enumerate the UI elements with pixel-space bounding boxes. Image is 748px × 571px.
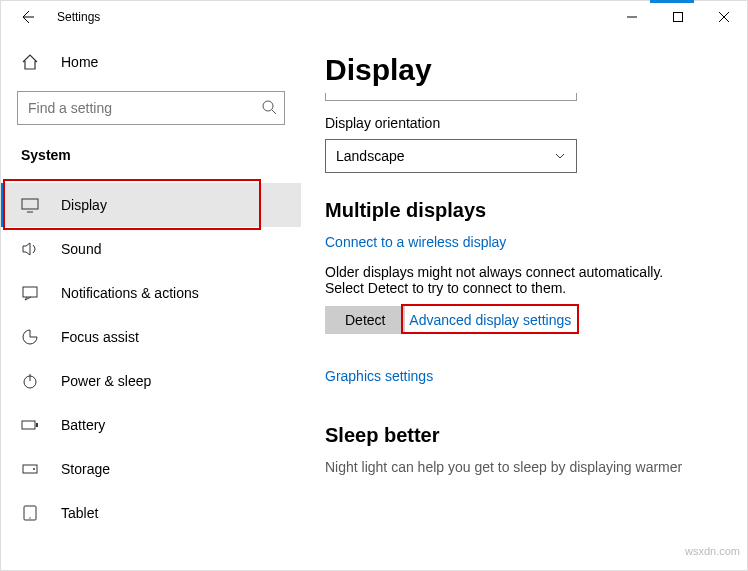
home-label: Home — [61, 54, 98, 70]
titlebar: Settings — [1, 1, 747, 33]
power-icon — [21, 372, 41, 390]
svg-rect-2 — [22, 199, 38, 209]
sidebar-item-label: Storage — [61, 461, 110, 477]
sidebar-item-label: Sound — [61, 241, 101, 257]
sidebar-item-label: Battery — [61, 417, 105, 433]
sleep-better-text: Night light can help you get to sleep by… — [325, 459, 727, 475]
resolution-box-remnant — [325, 93, 577, 101]
close-button[interactable] — [701, 2, 747, 32]
sidebar: Home System Display — [1, 33, 301, 570]
detect-button[interactable]: Detect — [325, 306, 405, 334]
battery-icon — [21, 416, 41, 434]
notifications-icon — [21, 284, 41, 302]
home-icon — [21, 53, 41, 71]
search-icon — [261, 99, 277, 115]
sidebar-item-sound[interactable]: Sound — [1, 227, 301, 271]
sidebar-item-label: Notifications & actions — [61, 285, 199, 301]
svg-rect-6 — [36, 423, 38, 427]
sidebar-item-notifications[interactable]: Notifications & actions — [1, 271, 301, 315]
advanced-display-link[interactable]: Advanced display settings — [409, 312, 571, 328]
sidebar-item-display[interactable]: Display — [1, 183, 301, 227]
older-displays-text: Older displays might not always connect … — [325, 264, 695, 296]
svg-point-8 — [33, 468, 35, 470]
home-nav[interactable]: Home — [1, 43, 301, 81]
orientation-value: Landscape — [336, 148, 405, 164]
search-field[interactable] — [17, 91, 285, 125]
connect-wireless-link[interactable]: Connect to a wireless display — [325, 234, 506, 250]
svg-rect-3 — [23, 287, 37, 297]
sidebar-item-focus-assist[interactable]: Focus assist — [1, 315, 301, 359]
sidebar-item-label: Display — [61, 197, 107, 213]
multiple-displays-heading: Multiple displays — [325, 199, 727, 222]
sound-icon — [21, 240, 41, 258]
graphics-settings-link[interactable]: Graphics settings — [325, 368, 433, 384]
orientation-select[interactable]: Landscape — [325, 139, 577, 173]
sidebar-item-label: Focus assist — [61, 329, 139, 345]
focus-icon — [21, 328, 41, 346]
storage-icon — [21, 460, 41, 478]
nav-list: Display Sound Notifications & actions — [1, 183, 301, 535]
maximize-button[interactable] — [655, 2, 701, 32]
svg-rect-5 — [22, 421, 35, 429]
sidebar-item-label: Tablet — [61, 505, 98, 521]
svg-point-1 — [263, 101, 273, 111]
search-input[interactable] — [17, 91, 285, 125]
sleep-better-heading: Sleep better — [325, 424, 727, 447]
content-pane: Display Display orientation Landscape Mu… — [301, 33, 747, 570]
svg-rect-0 — [674, 13, 683, 22]
chevron-down-icon — [554, 150, 566, 162]
arrow-left-icon — [19, 9, 35, 25]
display-icon — [21, 196, 41, 214]
minimize-button[interactable] — [609, 2, 655, 32]
sidebar-item-tablet[interactable]: Tablet — [1, 491, 301, 535]
svg-point-10 — [29, 517, 30, 518]
tablet-icon — [21, 504, 41, 522]
watermark: wsxdn.com — [685, 545, 740, 557]
sidebar-item-label: Power & sleep — [61, 373, 151, 389]
orientation-label: Display orientation — [325, 115, 727, 131]
sidebar-item-power-sleep[interactable]: Power & sleep — [1, 359, 301, 403]
sidebar-item-storage[interactable]: Storage — [1, 447, 301, 491]
category-heading: System — [1, 137, 301, 173]
back-button[interactable] — [13, 3, 41, 31]
page-title: Display — [325, 53, 727, 87]
window-title: Settings — [57, 10, 100, 24]
sidebar-item-battery[interactable]: Battery — [1, 403, 301, 447]
